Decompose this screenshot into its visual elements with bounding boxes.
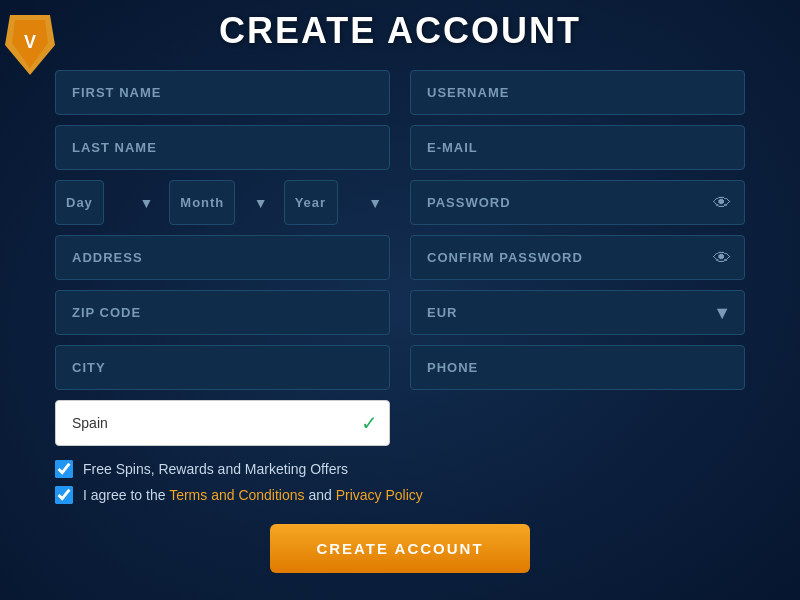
phone-field xyxy=(410,345,745,390)
confirm-password-input[interactable] xyxy=(410,235,745,280)
svg-text:V: V xyxy=(24,32,36,52)
year-select[interactable]: Year xyxy=(284,180,338,225)
zip-field xyxy=(55,290,390,335)
terms-label: I agree to the Terms and Conditions and … xyxy=(83,487,423,503)
page-title: CREATE ACCOUNT xyxy=(55,10,745,52)
year-wrapper: Year ▼ xyxy=(284,180,390,225)
month-wrapper: Month ▼ xyxy=(169,180,275,225)
first-name-field xyxy=(55,70,390,115)
currency-field: EUR ▼ xyxy=(410,290,745,335)
phone-input[interactable] xyxy=(410,345,745,390)
terms-and: and xyxy=(305,487,336,503)
marketing-checkbox-row: Free Spins, Rewards and Marketing Offers xyxy=(55,460,745,478)
create-account-button[interactable]: CREATE ACCOUNT xyxy=(270,524,530,573)
username-input[interactable] xyxy=(410,70,745,115)
email-input[interactable] xyxy=(410,125,745,170)
password-input[interactable] xyxy=(410,180,745,225)
city-field xyxy=(55,345,390,390)
month-chevron-icon: ▼ xyxy=(254,195,268,211)
password-field: 👁 xyxy=(410,180,745,225)
day-chevron-icon: ▼ xyxy=(139,195,153,211)
year-chevron-icon: ▼ xyxy=(368,195,382,211)
privacy-link[interactable]: Privacy Policy xyxy=(336,487,423,503)
dob-country-column: Day ▼ Month ▼ Year ▼ xyxy=(55,180,390,446)
country-field: ✓ xyxy=(55,400,390,446)
address-field xyxy=(55,235,390,280)
address-input[interactable] xyxy=(55,235,390,280)
confirm-password-eye-icon[interactable]: 👁 xyxy=(713,247,731,268)
email-field xyxy=(410,125,745,170)
form-grid: Day ▼ Month ▼ Year ▼ xyxy=(55,70,745,512)
month-select[interactable]: Month xyxy=(169,180,235,225)
terms-checkbox-row: I agree to the Terms and Conditions and … xyxy=(55,486,745,504)
dob-row: Day ▼ Month ▼ Year ▼ xyxy=(55,180,390,225)
confirm-password-field: 👁 xyxy=(410,235,745,280)
currency-select[interactable]: EUR xyxy=(410,290,745,335)
marketing-checkbox[interactable] xyxy=(55,460,73,478)
terms-prefix: I agree to the xyxy=(83,487,169,503)
terms-link[interactable]: Terms and Conditions xyxy=(169,487,304,503)
password-eye-icon[interactable]: 👁 xyxy=(713,192,731,213)
terms-checkbox[interactable] xyxy=(55,486,73,504)
country-input[interactable] xyxy=(55,400,390,446)
right-column: 👁 👁 EUR ▼ xyxy=(410,180,745,446)
checkboxes-section: Free Spins, Rewards and Marketing Offers… xyxy=(55,460,745,512)
last-name-input[interactable] xyxy=(55,125,390,170)
first-name-input[interactable] xyxy=(55,70,390,115)
last-name-field xyxy=(55,125,390,170)
username-field xyxy=(410,70,745,115)
country-check-icon: ✓ xyxy=(361,411,378,435)
city-input[interactable] xyxy=(55,345,390,390)
main-container: CREATE ACCOUNT Day ▼ xyxy=(0,0,800,583)
marketing-label: Free Spins, Rewards and Marketing Offers xyxy=(83,461,348,477)
day-select[interactable]: Day xyxy=(55,180,104,225)
logo: V xyxy=(0,10,60,84)
zip-input[interactable] xyxy=(55,290,390,335)
day-wrapper: Day ▼ xyxy=(55,180,161,225)
